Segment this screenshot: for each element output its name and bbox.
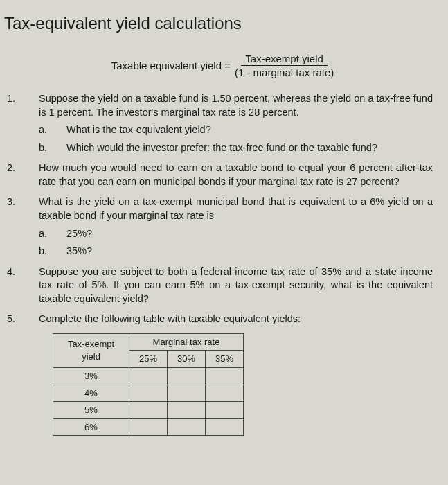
sub-text: 25%? — [66, 227, 433, 241]
sub-item: a. 25%? — [39, 227, 433, 241]
yield-row: 6% — [53, 418, 129, 436]
formula-lhs: Taxable equivalent yield = — [111, 60, 231, 71]
yield-row: 4% — [53, 385, 129, 402]
sub-item: b. 35%? — [39, 245, 433, 258]
question-3: 3. What is the yield on a tax-exempt mun… — [4, 195, 441, 258]
sub-item: a. What is the tax-equivalent yield? — [39, 123, 433, 137]
question-4: 4. Suppose you are subject to both a fed… — [4, 265, 441, 306]
question-5: 5. Complete the following table with tax… — [4, 312, 441, 326]
formula-denominator: (1 - marginal tax rate) — [235, 66, 334, 78]
yield-table: Tax-exempt yield Marginal tax rate 25% 3… — [53, 333, 244, 436]
question-number: 3. — [4, 195, 39, 209]
table-cell — [206, 418, 244, 436]
formula-numerator: Tax-exempt yield — [241, 53, 328, 66]
sub-text: Which would the investor prefer: the tax… — [66, 141, 433, 155]
sub-text: 35%? — [66, 245, 433, 258]
table-cell — [206, 367, 244, 385]
formula-fraction: Tax-exempt yield (1 - marginal tax rate) — [235, 53, 334, 78]
table-cell — [168, 402, 206, 419]
question-text: How much you would need to earn on a tax… — [39, 161, 441, 188]
rate-col: 30% — [168, 351, 206, 368]
sub-item: b. Which would the investor prefer: the … — [39, 141, 433, 155]
table-cell — [168, 367, 206, 385]
yield-table-wrap: Tax-exempt yield Marginal tax rate 25% 3… — [53, 333, 441, 436]
sub-text: What is the tax-equivalent yield? — [66, 123, 433, 137]
table-cell — [168, 418, 206, 436]
table-cell — [168, 385, 206, 402]
table-cell — [129, 385, 168, 402]
question-1: 1. Suppose the yield on a taxable fund i… — [4, 92, 441, 155]
rate-col: 35% — [206, 351, 244, 368]
question-number: 5. — [4, 312, 39, 326]
yield-row: 5% — [53, 402, 129, 419]
question-number: 2. — [4, 161, 39, 175]
sub-letter: b. — [39, 245, 66, 258]
question-text: What is the yield on a tax-exempt munici… — [39, 196, 433, 221]
question-number: 4. — [4, 265, 39, 279]
page-title: Tax-equivalent yield calculations — [4, 14, 441, 33]
question-list: 1. Suppose the yield on a taxable fund i… — [4, 92, 441, 436]
question-text: Suppose you are subject to both a federa… — [39, 265, 441, 306]
table-cell — [129, 418, 168, 436]
rate-col: 25% — [129, 351, 168, 368]
table-cell — [206, 385, 244, 402]
question-text: Suppose the yield on a taxable fund is 1… — [39, 93, 433, 118]
sub-letter: a. — [39, 227, 66, 241]
table-cell — [129, 367, 168, 385]
table-header-left: Tax-exempt yield — [53, 333, 129, 367]
question-2: 2. How much you would need to earn on a … — [4, 161, 441, 188]
question-number: 1. — [4, 92, 39, 106]
table-cell — [206, 402, 244, 419]
table-header-right: Marginal tax rate — [129, 333, 244, 351]
sub-letter: b. — [39, 141, 66, 155]
question-text: Complete the following table with taxabl… — [39, 312, 441, 326]
yield-row: 3% — [53, 367, 129, 385]
formula: Taxable equivalent yield = Tax-exempt yi… — [4, 53, 441, 78]
table-cell — [129, 402, 168, 419]
sub-letter: a. — [39, 123, 66, 137]
